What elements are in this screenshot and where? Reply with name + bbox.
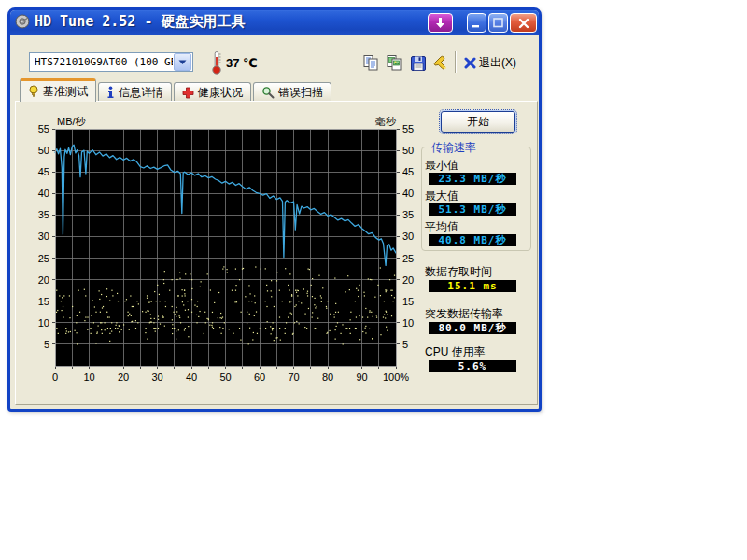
minimize-icon bbox=[472, 18, 482, 28]
temperature-value: 37 ℃ bbox=[226, 56, 258, 70]
window-title: HD Tune 2.52 - 硬盘实用工具 bbox=[35, 13, 245, 31]
left-ytick-15: 15 bbox=[27, 296, 49, 307]
tab-bar: 基准测试信息详情健康状况错误扫描 bbox=[20, 81, 333, 102]
xtick-70: 70 bbox=[278, 371, 310, 383]
copy-text-icon bbox=[362, 54, 380, 72]
exit-cross-icon bbox=[463, 56, 477, 70]
max-value: 51.3 MB/秒 bbox=[429, 203, 516, 216]
cpu-usage-value: 5.6% bbox=[429, 360, 516, 372]
xtick-80: 80 bbox=[312, 371, 344, 383]
left-ytick-30: 30 bbox=[27, 231, 49, 242]
save-icon bbox=[410, 55, 427, 72]
xtick-10: 10 bbox=[74, 371, 106, 383]
right-axis-title: 毫秒 bbox=[361, 115, 396, 129]
tab-label: 信息详情 bbox=[119, 85, 163, 101]
avg-value: 40.8 MB/秒 bbox=[429, 234, 516, 246]
left-ytick-20: 20 bbox=[27, 274, 49, 286]
options-icon bbox=[432, 54, 450, 72]
avg-label: 平均值 bbox=[425, 219, 458, 235]
tab-health[interactable]: 健康状况 bbox=[174, 82, 251, 102]
left-ytick-40: 40 bbox=[27, 188, 49, 199]
drive-select-value: HTS721010G9AT00 (100 GB) bbox=[30, 56, 173, 68]
tab-benchmark[interactable]: 基准测试 bbox=[20, 78, 96, 102]
exit-label: 退出(X) bbox=[479, 55, 516, 71]
copy-text-button[interactable] bbox=[359, 51, 383, 75]
toolbar-separator bbox=[455, 51, 456, 73]
right-ytick-15: 15 bbox=[402, 296, 425, 307]
max-label: 最大值 bbox=[425, 189, 458, 204]
info-icon bbox=[106, 86, 115, 99]
tab-label: 健康状况 bbox=[198, 85, 243, 101]
left-ytick-10: 10 bbox=[27, 317, 49, 329]
exit-button[interactable]: 退出(X) bbox=[463, 53, 516, 72]
tab-label: 错误扫描 bbox=[278, 85, 323, 101]
right-ytick-55: 55 bbox=[402, 123, 425, 134]
hd-tune-app-icon bbox=[15, 14, 30, 29]
right-ytick-20: 20 bbox=[402, 274, 425, 286]
left-ytick-50: 50 bbox=[27, 145, 49, 156]
min-label: 最小值 bbox=[425, 158, 458, 174]
xtick-0: 0 bbox=[39, 371, 71, 383]
left-ytick-5: 5 bbox=[27, 339, 49, 350]
access-time-value: 15.1 ms bbox=[429, 280, 516, 292]
burst-rate-label: 突发数据传输率 bbox=[425, 306, 503, 322]
drive-select-dropdown[interactable]: HTS721010G9AT00 (100 GB) bbox=[29, 52, 193, 72]
right-ytick-5: 5 bbox=[402, 339, 425, 350]
left-axis-title: MB/秒 bbox=[57, 115, 86, 129]
download-arrow-button[interactable] bbox=[428, 13, 453, 33]
copy-image-button[interactable] bbox=[383, 51, 406, 75]
xtick-100%: 100% bbox=[380, 371, 412, 383]
save-button[interactable] bbox=[406, 51, 430, 75]
magnifier-icon bbox=[261, 86, 275, 99]
right-ytick-25: 25 bbox=[402, 253, 425, 264]
benchmark-tab-page: MB/秒 毫秒 555045403530252015105 5550454035… bbox=[15, 101, 538, 405]
download-arrow-icon bbox=[434, 17, 446, 29]
xtick-30: 30 bbox=[142, 371, 174, 383]
xtick-20: 20 bbox=[107, 371, 139, 383]
start-button[interactable]: 开始 bbox=[441, 111, 515, 133]
benchmark-chart bbox=[51, 128, 401, 371]
thermometer-icon bbox=[210, 50, 223, 75]
health-cross-icon bbox=[182, 87, 194, 99]
access-time-label: 数据存取时间 bbox=[425, 264, 492, 280]
maximize-icon bbox=[493, 18, 503, 28]
tab-info[interactable]: 信息详情 bbox=[98, 82, 172, 102]
chevron-down-icon[interactable] bbox=[174, 53, 191, 71]
options-button[interactable] bbox=[430, 51, 453, 75]
xtick-60: 60 bbox=[244, 371, 275, 383]
titlebar[interactable]: HD Tune 2.52 - 硬盘实用工具 bbox=[7, 7, 542, 35]
cpu-usage-label: CPU 使用率 bbox=[425, 344, 486, 360]
left-ytick-55: 55 bbox=[27, 123, 49, 134]
xtick-90: 90 bbox=[346, 371, 378, 383]
bulb-icon bbox=[28, 85, 39, 98]
minimize-button[interactable] bbox=[467, 13, 486, 33]
hd-tune-window: HD Tune 2.52 - 硬盘实用工具 HTS721010G9AT00 (1… bbox=[7, 7, 542, 412]
left-ytick-45: 45 bbox=[27, 166, 49, 177]
close-icon bbox=[518, 18, 529, 29]
tab-error-scan[interactable]: 错误扫描 bbox=[253, 82, 331, 102]
transfer-rate-group-title: 传输速率 bbox=[429, 140, 479, 156]
tab-label: 基准测试 bbox=[43, 84, 88, 100]
burst-rate-value: 80.0 MB/秒 bbox=[429, 322, 516, 334]
xtick-40: 40 bbox=[176, 371, 207, 383]
min-value: 23.3 MB/秒 bbox=[429, 173, 516, 185]
close-button[interactable] bbox=[510, 13, 537, 33]
left-ytick-25: 25 bbox=[27, 253, 49, 264]
copy-image-icon bbox=[386, 54, 403, 72]
xtick-50: 50 bbox=[210, 371, 242, 383]
right-ytick-10: 10 bbox=[402, 317, 425, 329]
maximize-button[interactable] bbox=[488, 13, 508, 33]
left-ytick-35: 35 bbox=[27, 209, 49, 220]
